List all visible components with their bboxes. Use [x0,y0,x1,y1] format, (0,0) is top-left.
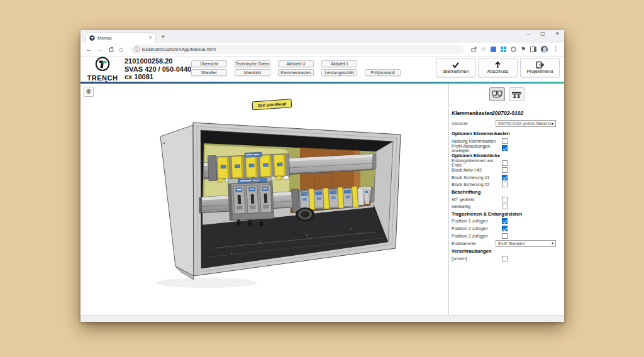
option-row: Position 3 zufügen [449,232,564,239]
options-panel: Klemmenkasten 200702-0102 Variante 20070… [448,84,564,315]
trench-logo: TRENCH Sense the Power [84,57,121,85]
product-identifier: 2101000258.20 SVAS 420 / 050-0440 cx 100… [125,57,191,81]
url-text[interactable]: localhost/CustomXApp/Menue.html [142,47,216,52]
window-controls: – ▢ ✕ [524,31,562,36]
checkbox[interactable] [502,226,508,231]
nav-aktivteil-i-button[interactable]: Aktivteil I [321,60,357,67]
checkbox[interactable] [502,256,508,261]
options-section-header: Tragschienen & Erdungsleisten [449,211,564,218]
brand-name: TRENCH [84,75,121,81]
projektmenu-button[interactable]: Projektmenü [520,58,560,77]
browser-tab[interactable]: Menue ✕ [86,32,156,43]
rail-view-icon [511,91,522,99]
options-section-header: Beschriftung [449,189,564,196]
checkbox[interactable] [502,197,508,202]
checkbox[interactable] [502,182,508,187]
panel-part-number: 200702-0102 [492,110,523,116]
settings-gear-button[interactable]: ⚙ [84,87,94,97]
variante-row: Variante 200702-0102 groß/m.Steck/1xIP54… [449,120,564,127]
endklammer-select[interactable]: E/UK Standard ▾ [496,240,556,247]
home-icon[interactable]: ⌂ [119,46,123,53]
main-content: ⚙ [80,84,564,315]
tab-title: Menue [97,35,146,41]
product-number: 2101000258.20 [125,57,191,65]
checkbox[interactable] [502,175,508,180]
back-icon[interactable]: ← [86,46,92,53]
terminal-box-view-icon [492,91,502,99]
extension-blue-icon[interactable] [491,47,496,52]
option-row: Position 2 zufügen [449,225,564,233]
chevron-down-icon: ▾ [552,241,553,245]
extension-flag-icon[interactable]: ⚑ [521,47,526,52]
site-info-icon[interactable]: ⓘ [135,47,140,52]
nav-uebersicht-button[interactable]: Übersicht [191,60,227,67]
top-row-name-label [245,152,262,157]
checkbox[interactable] [502,160,508,166]
option-select-row: Endklammer E/UK Standard ▾ [449,239,564,248]
extension-circle-icon[interactable] [511,47,516,52]
options-list: Optionen Klemmenkasten Heizung Klemmkast… [449,130,564,262]
checkbox[interactable] [502,218,508,224]
nav-massbild-button[interactable]: Massbild [235,69,270,76]
options-section-header: Verschraubungen [449,248,564,255]
window-bottom-strip [80,315,564,322]
option-row: beidseitig [449,203,564,211]
bookmark-star-icon[interactable]: ☆ [481,47,486,52]
minimize-button[interactable]: – [524,31,533,36]
tab-close-icon[interactable]: ✕ [148,35,152,40]
section-nav: Übersicht Technische Daten Aktivteil U A… [191,60,401,78]
view-terminalbox-button[interactable] [489,87,505,101]
nav-leistungsschild-button[interactable]: Leistungsschild [321,69,357,76]
nav-pruefprotokoll-button[interactable]: Prüfprotokoll [365,69,401,76]
panel-title: Klemmenkasten 200702-0102 [449,110,564,116]
checkbox[interactable] [502,145,508,151]
sidebar-icon[interactable] [530,47,536,52]
share-icon[interactable] [471,47,477,52]
zkk-label-tag[interactable]: ZKK Schriftkopf [252,99,292,110]
tab-strip: Menue ✕ + – ▢ ✕ [80,30,564,43]
check-icon [452,61,460,69]
new-tab-button[interactable]: + [161,33,165,41]
view-rail-button[interactable] [509,87,525,101]
checkbox[interactable] [502,167,508,173]
nav-aktivteil-u-button[interactable]: Aktivteil U [278,60,314,67]
option-row: 90° gedreht [449,195,564,203]
trench-logo-icon [94,57,111,72]
panel-title-label: Klemmenkasten [452,110,492,116]
abschluss-button[interactable]: Abschluss [478,58,518,77]
nav-klemmenkasten-button[interactable]: Klemmenkasten [278,69,314,76]
nav-wandler-button[interactable]: Wandler [191,69,227,76]
menu-dots-icon[interactable]: ⋮ [552,46,559,53]
option-row: Block Aktiv-I #2 [449,167,564,174]
app-header: TRENCH Sense the Power 2101000258.20 SVA… [80,57,564,82]
toolbar-right-icons: ☆ ⚑ ⋮ [471,46,559,53]
forward-icon[interactable]: → [97,46,104,53]
3d-viewer[interactable]: ⚙ [80,84,448,315]
close-button[interactable]: ✕ [553,31,562,36]
option-row: Profil-Abdeckungen anzeigen [449,145,564,152]
maximize-button[interactable]: ▢ [538,31,547,36]
yellow-terminals [217,155,286,178]
option-row: Block Sicherung #1 [449,174,564,182]
checkbox[interactable] [502,204,508,209]
option-row: Position 1 zufügen [449,217,564,225]
desktop-background: Menue ✕ + – ▢ ✕ ← → ⌂ ⓘ localhost/Custom… [0,0,644,357]
terminal-box-3d-scene[interactable]: ZKK Schriftkopf [80,84,448,315]
view-toggle-buttons [449,87,564,101]
refresh-icon[interactable] [108,47,114,53]
variante-select[interactable]: 200702-0102 groß/m.Steck/1xIP54 ▾ [496,120,556,127]
uebernehmen-button[interactable]: übernehmen [436,58,475,77]
product-cx: cx 10081 [125,73,191,81]
fuse-holders [233,185,272,214]
nav-technische-daten-button[interactable]: Technische Daten [235,60,270,67]
browser-window: Menue ✕ + – ▢ ✕ ← → ⌂ ⓘ localhost/Custom… [80,30,564,322]
browser-toolbar: ← → ⌂ ⓘ localhost/CustomXApp/Menue.html … [80,43,564,57]
box-shadow [156,278,257,288]
checkbox[interactable] [502,233,508,239]
checkbox[interactable] [502,138,508,144]
address-bar[interactable]: ⓘ localhost/CustomXApp/Menue.html [130,45,464,54]
extension-grid-icon[interactable] [501,47,506,52]
option-row: [ja/nein] [449,255,564,263]
profile-avatar[interactable] [541,46,548,53]
options-section-header: Optionen Klemmenkasten [449,130,564,138]
